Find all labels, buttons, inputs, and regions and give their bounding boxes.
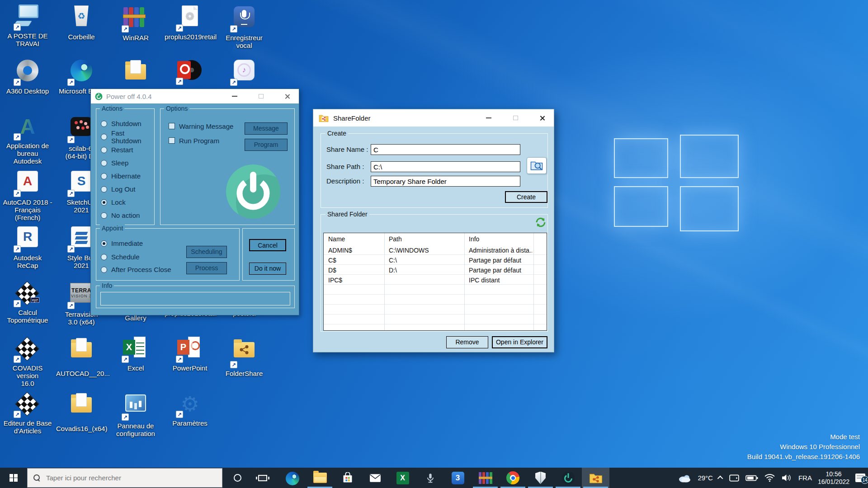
column-header-path[interactable]: Path [389, 233, 402, 245]
clock[interactable]: 10:56 16/01/2022 [818, 470, 849, 486]
refresh-button[interactable] [535, 216, 547, 228]
message-button[interactable]: Message [245, 122, 288, 135]
info-textbox[interactable] [100, 292, 290, 305]
share-path-field[interactable] [371, 161, 520, 172]
desktop-icon-editeur-articles[interactable]: ↗ Editeur de Base d'Articles [2, 392, 53, 435]
taskbar-app-mail[interactable] [361, 468, 389, 488]
checkbox-run-program[interactable]: Run Program [164, 136, 219, 145]
column-separator[interactable] [533, 233, 534, 330]
desktop-icon-proplus2019retail[interactable]: ↗ proplus2019retail [165, 5, 215, 41]
start-button[interactable] [0, 468, 27, 488]
checkbox-warning-message[interactable]: Warning Message [164, 122, 233, 131]
desktop-icon-panneau-configuration[interactable]: ↗ Panneau de configuration [110, 392, 161, 437]
table-row-cell[interactable]: C:\WINDOWS [389, 245, 461, 255]
notification-center-button[interactable]: 14 [855, 474, 865, 482]
desktop-icon-covadis-16[interactable]: ↗ COVADIS version 16.0 [2, 337, 53, 387]
desktop-icon-poste-de-travail[interactable]: ↗ A POSTE DE TRAVAI [2, 5, 53, 47]
table-row-cell[interactable]: C:\ [389, 255, 461, 265]
column-header-info[interactable]: Info [469, 233, 479, 245]
radio-lock[interactable]: Lock [96, 196, 154, 209]
desktop-icon-autodesk-recap[interactable]: R↗ Autodesk ReCap [2, 225, 53, 269]
taskbar-app-defender[interactable] [527, 468, 554, 488]
cancel-button[interactable]: Cancel [249, 239, 286, 251]
tray-expand-chevron-icon[interactable] [717, 476, 723, 482]
radio-schedule[interactable]: Schedule [96, 250, 140, 263]
cortana-button[interactable] [225, 468, 250, 488]
table-row-cell[interactable]: D:\ [389, 265, 461, 275]
browse-folder-button[interactable] [527, 157, 547, 174]
table-row-cell[interactable]: Administration à dista... [469, 245, 532, 255]
shared-folders-table[interactable]: Name Path Info ADMIN$ C:\WINDOWS Adminis… [323, 233, 547, 331]
table-row-cell[interactable]: IPC$ [328, 275, 382, 285]
radio-after-process-close[interactable]: After Process Close [96, 263, 171, 276]
radio-shutdown[interactable]: Shutdown [96, 117, 154, 130]
power-off-titlebar[interactable]: Power off 4.0.4 [91, 89, 299, 103]
wifi-icon[interactable] [764, 474, 775, 482]
temperature-label[interactable]: 29°C [698, 474, 713, 482]
search-input[interactable] [46, 474, 200, 482]
table-row-cell[interactable]: Partage par défaut [469, 255, 532, 265]
do-it-now-button[interactable]: Do it now [249, 263, 286, 275]
desktop-icon-enregistreur-vocal[interactable]: ↗ Enregistreur vocal [219, 5, 269, 49]
table-row-cell[interactable]: D$ [328, 265, 382, 275]
taskbar-app-power-off[interactable] [554, 468, 582, 488]
taskbar-app-chrome[interactable] [499, 468, 527, 488]
desktop-icon-autocad-folder[interactable]: AUTOCAD__20... [56, 337, 107, 377]
taskbar-app-edge[interactable] [278, 468, 306, 488]
close-button[interactable] [535, 109, 549, 127]
column-separator[interactable] [384, 233, 385, 330]
weather-cloud-icon[interactable] [678, 474, 692, 483]
language-indicator[interactable]: FRA [798, 474, 812, 482]
radio-sleep[interactable]: Sleep [96, 156, 154, 169]
taskbar-app-3[interactable]: 3 [444, 468, 472, 488]
radio-no-action[interactable]: No action [96, 209, 154, 222]
desktop-icon-music-app[interactable]: ↗ [165, 59, 215, 86]
table-row-cell[interactable]: ADMIN$ [328, 245, 382, 255]
taskbar-app-winrar[interactable] [472, 468, 499, 488]
taskbar-app-explorer[interactable] [306, 468, 334, 488]
maximize-button[interactable] [254, 89, 268, 103]
radio-immediate[interactable]: Immediate [96, 237, 143, 250]
scheduling-button[interactable]: Scheduling [186, 246, 227, 258]
desktop-icon-foldershare[interactable]: ↗ FolderShare [219, 337, 269, 377]
desktop-icon-powerpoint[interactable]: P↗ PowerPoint [165, 337, 215, 372]
desktop-icon-itunes[interactable]: ♪↗ [219, 59, 269, 87]
desktop-icon-parametres[interactable]: ⚙↗ Paramètres [165, 392, 215, 427]
tablet-mode-icon[interactable] [729, 474, 740, 483]
minimize-button[interactable] [481, 109, 496, 127]
radio-log-out[interactable]: Log Out [96, 183, 154, 196]
desktop-icon-winrar[interactable]: ↗ WinRAR [110, 5, 161, 42]
create-button[interactable]: Create [505, 191, 547, 203]
taskbar-app-excel[interactable]: X [389, 468, 416, 488]
volume-icon[interactable] [781, 474, 793, 482]
table-row-cell[interactable]: C$ [328, 255, 382, 265]
radio-restart[interactable]: Restart [96, 143, 154, 156]
taskbar-app-sharefolder[interactable] [582, 468, 609, 488]
taskbar-app-voice-recorder[interactable] [416, 468, 444, 488]
table-row-cell[interactable]: Partage par défaut [469, 265, 532, 275]
radio-fast-shutdown[interactable]: Fast Shutdown [96, 130, 154, 143]
desktop-icon-covadis16-x64[interactable]: Covadis16_(x64) [56, 392, 107, 432]
sharefolder-titlebar[interactable]: ShareFolder [313, 109, 554, 127]
desktop-icon-calcul-topometrique[interactable]: xyz↗ Calcul Topométrique [2, 281, 53, 324]
maximize-button[interactable] [508, 109, 523, 127]
close-button[interactable] [280, 89, 294, 103]
task-view-button[interactable] [250, 468, 275, 488]
desktop-icon-autocad-2018[interactable]: A↗ AutoCAD 2018 - Français (French) [2, 170, 53, 221]
desktop-icon-folder[interactable] [110, 59, 161, 92]
desktop-icon-excel[interactable]: X↗ Excel [110, 337, 161, 372]
desktop-icon-corbeille[interactable]: ♻ Corbeille [56, 5, 107, 41]
radio-hibernate[interactable]: Hibernate [96, 169, 154, 183]
column-separator[interactable] [464, 233, 465, 330]
description-field[interactable] [371, 176, 520, 187]
table-row-cell[interactable] [389, 275, 461, 285]
minimize-button[interactable] [227, 89, 242, 103]
battery-icon[interactable] [745, 474, 758, 482]
open-in-explorer-button[interactable]: Open in Explorer [492, 336, 547, 348]
share-name-field[interactable] [371, 144, 520, 155]
desktop-icon-autodesk-app[interactable]: A↗ Application de bureau Autodesk [2, 114, 53, 165]
taskbar-app-store[interactable] [334, 468, 361, 488]
desktop-icon-a360[interactable]: ↗ A360 Desktop [2, 59, 53, 95]
remove-button[interactable]: Remove [446, 336, 488, 348]
program-button[interactable]: Program [245, 139, 288, 151]
